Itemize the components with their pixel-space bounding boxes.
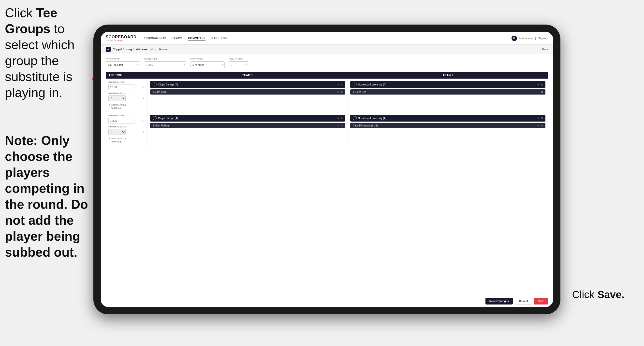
tablet-screen: SCOREBOARD Powered by clippd TOURNAMENTS… <box>101 32 553 307</box>
player-row-2-1: 1. Rees Britt ✕ ⇅ <box>350 89 546 94</box>
player-arrows-1-1[interactable]: ⇅ <box>341 91 343 93</box>
player-controls-2-2: ✕ ⇅ <box>538 124 543 127</box>
nav-rankings[interactable]: RANKINGS <box>212 36 227 41</box>
breadcrumb-back[interactable]: < Back <box>540 48 548 51</box>
start-time-wrapper <box>144 61 186 68</box>
team2-card-arrows-2[interactable]: ⇅ <box>541 117 543 120</box>
team1-card-1: Clippd College (A) ✕ ⇅ <box>150 81 345 88</box>
hole-select-1[interactable]: 1 <box>108 95 126 101</box>
group-size-wrapper: 2 <box>228 61 248 68</box>
player-controls-1-2: ✕ ⇅ <box>337 124 343 127</box>
footer-bar: Reset Changes Cancel Save <box>101 295 553 307</box>
start-type-select[interactable]: 1st Tee Start <box>106 61 140 68</box>
player-arrows-1-2[interactable]: ⇅ <box>341 124 343 127</box>
team1-card-icon-1 <box>153 82 156 86</box>
player-controls-1-1: ✕ ⇅ <box>337 91 343 93</box>
remove-group-btn-2[interactable]: Remove Group <box>108 137 145 140</box>
player-x-1-1[interactable]: ✕ <box>337 91 339 93</box>
breadcrumb-hosting: Hosting <box>159 48 168 51</box>
nav-separator: | <box>535 37 536 40</box>
nav-right: B blair admin | Sign out <box>512 36 548 41</box>
tee-grid: Tee Time Team 1 Team 2 STARTING TIME: ST… <box>106 72 548 295</box>
player-name-2-2: Dave Billingham (SUB) <box>353 124 378 127</box>
time-input-1[interactable] <box>108 84 136 90</box>
team1-card-left-2: Clippd College (A) <box>153 116 178 120</box>
player-row-1-2: 2. Blair McHarg ✕ ⇅ <box>150 123 345 128</box>
hole-select-wrapper-1: 1 <box>108 95 145 101</box>
nav-tournaments[interactable]: TOURNAMENTS <box>144 36 166 41</box>
player-x-2-1[interactable]: ✕ <box>538 91 540 93</box>
team2-card-left-2: Scoreboard University (A) <box>353 116 386 120</box>
cancel-button[interactable]: Cancel <box>515 298 532 305</box>
team1-card-x-2[interactable]: ✕ <box>337 117 339 120</box>
team1-card-arrows-1[interactable]: ⇅ <box>341 83 343 86</box>
player-name-2-1: 1. Rees Britt <box>353 91 366 93</box>
tee-group-2: STARTING TIME: STARTING HOLE: 1 <box>106 112 548 146</box>
brand-clippd: clippd <box>116 39 122 41</box>
team2-card-controls-1: ✕ ⇅ <box>538 83 543 86</box>
player-controls-2-1: ✕ ⇅ <box>538 91 543 93</box>
player-x-2-2[interactable]: ✕ <box>538 124 540 127</box>
team2-card-left-1: Scoreboard University (A) <box>353 82 386 86</box>
player-x-1-2[interactable]: ✕ <box>337 124 339 127</box>
player-name-1-2: 2. Blair McHarg <box>153 124 170 127</box>
breadcrumb-icon: B <box>106 47 110 52</box>
team2-col-2: Scoreboard University (A) ✕ ⇅ Dave Billi… <box>348 112 548 146</box>
time-input-wrapper-2 <box>108 118 145 124</box>
tee-group-actions-2: Remove Group Add Group <box>108 137 145 143</box>
time-input-2[interactable] <box>108 118 136 124</box>
instruction-text: Click Tee Groups to select which group t… <box>5 5 84 101</box>
group-size-group: Group Size 2 <box>228 58 248 68</box>
team2-card-1: Scoreboard University (A) ✕ ⇅ <box>350 81 546 88</box>
start-time-input[interactable] <box>144 61 186 68</box>
time-input-wrapper-1 <box>108 84 145 90</box>
breadcrumb-title: Clippd Spring Invitational <box>112 48 148 51</box>
header-team1: Team 1 <box>148 72 348 79</box>
starting-hole-label-1: STARTING HOLE: <box>108 92 145 94</box>
navbar: SCOREBOARD Powered by clippd TOURNAMENTS… <box>101 32 553 45</box>
start-type-label: Start Type <box>106 58 140 60</box>
team1-card-2: Clippd College (A) ✕ ⇅ <box>150 115 345 122</box>
player-arrows-2-1[interactable]: ⇅ <box>541 91 543 93</box>
team1-card-controls-2: ✕ ⇅ <box>337 117 343 120</box>
player-name-1-1: 1. Rich Butler <box>153 91 168 93</box>
team2-card-x-1[interactable]: ✕ <box>538 83 540 86</box>
header-tee-time: Tee Time <box>106 72 148 79</box>
nav-signout[interactable]: Sign out <box>538 37 548 40</box>
add-group-btn-2[interactable]: Add Group <box>108 140 145 143</box>
team2-card-icon-1 <box>353 82 357 86</box>
add-group-btn-1[interactable]: Add Group <box>108 107 145 109</box>
tee-time-col-1: STARTING TIME: STARTING HOLE: 1 <box>106 79 148 112</box>
team1-card-icon-2 <box>153 116 156 120</box>
player-row-1-1: 1. Rich Butler ✕ ⇅ <box>150 89 345 94</box>
breadcrumb-badge: (Men) <box>150 48 156 50</box>
instruction-line1: Click <box>5 6 36 20</box>
team1-card-arrows-2[interactable]: ⇅ <box>341 117 343 120</box>
tee-group-1: STARTING TIME: STARTING HOLE: 1 <box>106 79 548 112</box>
starting-hole-label-2: STARTING HOLE: <box>108 126 145 128</box>
team1-card-left-1: Clippd College (A) <box>153 82 178 86</box>
nav-committee[interactable]: COMMITTEE <box>188 36 206 41</box>
team2-card-x-2[interactable]: ✕ <box>538 117 540 120</box>
brand-powered: Powered by clippd <box>106 39 137 41</box>
navbar-brand: SCOREBOARD Powered by clippd <box>106 35 137 41</box>
hole-select-2[interactable]: 1 <box>108 129 126 135</box>
team1-card-x-1[interactable]: ✕ <box>337 83 339 86</box>
reset-changes-button[interactable]: Reset Changes <box>486 298 513 305</box>
intervals-select[interactable]: 5 Minutes <box>190 61 225 68</box>
click-save-bold: Save. <box>597 289 624 300</box>
team1-col-2: Clippd College (A) ✕ ⇅ 2. Blair McHarg <box>148 112 348 146</box>
team2-card-name-1: Scoreboard University (A) <box>358 83 386 86</box>
player-arrows-2-2[interactable]: ⇅ <box>541 124 543 127</box>
intervals-wrapper: 5 Minutes <box>190 61 225 68</box>
breadcrumb-bar: B Clippd Spring Invitational (Men) Hosti… <box>101 45 553 54</box>
starting-time-label-2: STARTING TIME: <box>108 115 145 117</box>
save-button[interactable]: Save <box>534 298 548 305</box>
starting-time-label-1: STARTING TIME: <box>108 81 145 83</box>
note-bold: Only choose the players competing in the… <box>5 133 88 259</box>
remove-group-btn-1[interactable]: Remove Group <box>108 104 145 106</box>
team2-card-arrows-1[interactable]: ⇅ <box>541 83 543 86</box>
nav-teams[interactable]: TEAMS <box>172 36 182 41</box>
group-size-select[interactable]: 2 <box>228 61 248 68</box>
start-time-label: Start Time <box>144 58 186 60</box>
